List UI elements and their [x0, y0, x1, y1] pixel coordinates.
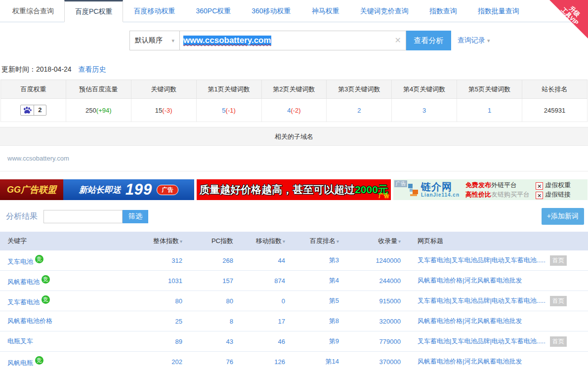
search-input[interactable]: www.ccsobattery.com ✕ [180, 31, 406, 50]
upgrade-vip-ribbon[interactable]: 升级 工具VIP [549, 0, 588, 39]
overall-index-value[interactable]: 1031 [168, 277, 182, 285]
page-title-link[interactable]: 风帆蓄电池价格|河北风帆蓄电池批发 [418, 276, 522, 285]
mobile-index-value[interactable]: 17 [278, 318, 285, 325]
baidu-rank-value[interactable]: 第4 [329, 277, 339, 284]
ad3-tags: ✕虚假权重 ✕虚假链接 [536, 180, 571, 199]
page5-value[interactable]: 1 [488, 107, 491, 114]
baidu-rank-cell: 第4 [288, 276, 342, 285]
mobile-index-value[interactable]: 44 [278, 257, 285, 264]
homepage-badge: 首页 [550, 336, 567, 347]
filter-button[interactable]: 筛选 [123, 210, 148, 223]
sort-caret-icon[interactable]: ▾ [336, 239, 339, 244]
mobile-index-cell: 44 [236, 257, 288, 264]
tab-index-query[interactable]: 指数查询 [419, 0, 467, 22]
sort-caret-icon[interactable]: ▾ [398, 239, 401, 244]
page-title-link[interactable]: 叉车蓄电池|叉车电池品牌|电动叉车蓄电池..... [418, 256, 546, 265]
baidu-weight-badge[interactable]: 2 [20, 105, 46, 116]
ad-banner-lianjie[interactable]: 广告 链介网 LianJie114.cn 免费发布外链平台 高性价比友链购买平台… [393, 179, 588, 200]
tab-baidu-mobile-weight[interactable]: 百度移动权重 [123, 0, 185, 22]
column-header-4[interactable]: 百度排名▾ [288, 237, 342, 246]
keyword-link[interactable]: 叉车蓄电池 [7, 298, 40, 306]
tab-360-pc-weight[interactable]: 360PC权重 [185, 0, 241, 22]
ad-banner-price[interactable]: 质量越好价格越高，甚至可以超过2000元 广告 [197, 179, 391, 200]
sort-caret-icon[interactable]: ▾ [283, 239, 285, 244]
overall-index-value[interactable]: 80 [175, 297, 182, 305]
mobile-index-value[interactable]: 874 [274, 277, 285, 285]
page1-value[interactable]: 5 [222, 107, 225, 114]
mobile-index-value[interactable]: 46 [278, 338, 285, 345]
pc-index-value[interactable]: 268 [222, 257, 233, 264]
collected-value[interactable]: 779000 [379, 338, 401, 345]
keyword-link[interactable]: 风帆蓄电池 [7, 278, 40, 286]
overall-index-value[interactable]: 202 [171, 358, 182, 366]
keyword-link[interactable]: 电瓶叉车 [7, 337, 33, 345]
ad1-ad-badge: 广告 [157, 185, 178, 195]
collected-value[interactable]: 915000 [379, 297, 401, 305]
analyze-button[interactable]: 查看分析 [406, 31, 451, 50]
page-title-cell: 叉车蓄电池|叉车电池品牌|电动叉车蓄电池.....首页 [404, 336, 588, 347]
tab-360-mobile-weight[interactable]: 360移动权重 [241, 0, 301, 22]
tab-shenma-weight[interactable]: 神马权重 [301, 0, 350, 22]
collected-value[interactable]: 320000 [379, 318, 401, 325]
ad1-number: 199 [126, 181, 153, 199]
overall-index-cell: 202 [148, 358, 185, 366]
collected-value[interactable]: 1240000 [376, 257, 401, 264]
column-header-5[interactable]: 收录量▾ [342, 237, 404, 246]
mobile-index-cell: 874 [236, 277, 288, 285]
mobile-index-cell: 46 [236, 338, 288, 345]
page-title-link[interactable]: 风帆蓄电池价格|河北风帆蓄电池批发 [418, 357, 522, 366]
collected-value[interactable]: 244000 [379, 277, 401, 285]
mobile-index-cell: 17 [236, 318, 288, 325]
pc-index-value[interactable]: 8 [230, 318, 233, 325]
baidu-rank-value[interactable]: 第5 [329, 297, 339, 304]
keyword-cell: 风帆蓄电池价格 [0, 317, 148, 326]
collected-value[interactable]: 370000 [379, 358, 401, 366]
clear-icon[interactable]: ✕ [395, 36, 401, 45]
column-header-1[interactable]: 整体指数▾ [148, 237, 185, 246]
page-title-link[interactable]: 风帆蓄电池价格|河北风帆蓄电池批发 [418, 317, 522, 326]
baidu-rank-value[interactable]: 第8 [329, 317, 339, 325]
mobile-index-cell: 126 [236, 358, 288, 366]
column-header-3[interactable]: 移动指数▾ [236, 237, 288, 246]
filter-input[interactable] [43, 210, 123, 223]
overall-index-value[interactable]: 25 [175, 318, 182, 325]
query-records-link[interactable]: 查询记录 ▾ [458, 31, 490, 50]
stats-header-page4: 第4页关键词数 [392, 80, 457, 99]
sort-order-select[interactable]: 默认顺序 ▾ [129, 31, 180, 50]
stats-header-baidu-weight: 百度权重 [1, 80, 66, 99]
overall-index-value[interactable]: 89 [175, 338, 182, 345]
pc-index-value[interactable]: 76 [226, 358, 233, 366]
sort-order-label: 默认顺序 [135, 36, 163, 45]
keyword-link[interactable]: 风帆电瓶 [7, 359, 33, 367]
page3-value[interactable]: 2 [357, 107, 361, 114]
pc-index-cell: 80 [185, 297, 236, 305]
page-title-link[interactable]: 叉车蓄电池|叉车电池品牌|电动叉车蓄电池..... [418, 296, 546, 305]
keyword-link[interactable]: 叉车电池 [7, 258, 33, 265]
sort-caret-icon[interactable]: ▾ [180, 239, 182, 244]
subdomains-list: www.ccsobattery.com [0, 146, 588, 171]
view-history-link[interactable]: 查看历史 [79, 65, 106, 73]
tab-weight-overview[interactable]: 权重综合查询 [2, 0, 64, 22]
ad-banner-gg-union[interactable]: GG广告联盟 新站长即送 199 广告 [0, 179, 194, 200]
baidu-rank-value[interactable]: 第3 [329, 256, 339, 264]
page3-cell: 2 [327, 99, 392, 122]
pc-index-value[interactable]: 43 [226, 338, 233, 345]
overall-index-value[interactable]: 312 [171, 257, 182, 264]
add-keyword-button[interactable]: +添加新词 [542, 208, 584, 225]
subdomain-link[interactable]: www.ccsobattery.com [7, 155, 69, 162]
mobile-index-value[interactable]: 126 [274, 358, 285, 366]
tab-keyword-bidding[interactable]: 关键词竞价查询 [350, 0, 419, 22]
table-row: 电瓶叉车 89 43 46 第9 779000 叉车蓄电池|叉车电池品牌|电动叉… [0, 331, 588, 352]
ad3-logo: 链介网 LianJie114.cn [408, 182, 460, 198]
stats-header-page2: 第2页关键词数 [261, 80, 327, 99]
tab-baidu-pc-weight[interactable]: 百度PC权重 [64, 0, 123, 22]
page4-value[interactable]: 3 [422, 107, 426, 114]
mobile-index-value[interactable]: 0 [282, 297, 285, 305]
pc-index-value[interactable]: 157 [222, 277, 233, 285]
keyword-link[interactable]: 风帆蓄电池价格 [7, 317, 52, 325]
pc-index-value[interactable]: 80 [226, 297, 233, 305]
baidu-rank-value[interactable]: 第14 [326, 358, 339, 365]
tab-index-batch-query[interactable]: 指数批量查询 [467, 0, 530, 22]
page-title-link[interactable]: 叉车蓄电池|叉车电池品牌|电动叉车蓄电池..... [418, 337, 546, 346]
baidu-rank-value[interactable]: 第9 [329, 337, 339, 345]
